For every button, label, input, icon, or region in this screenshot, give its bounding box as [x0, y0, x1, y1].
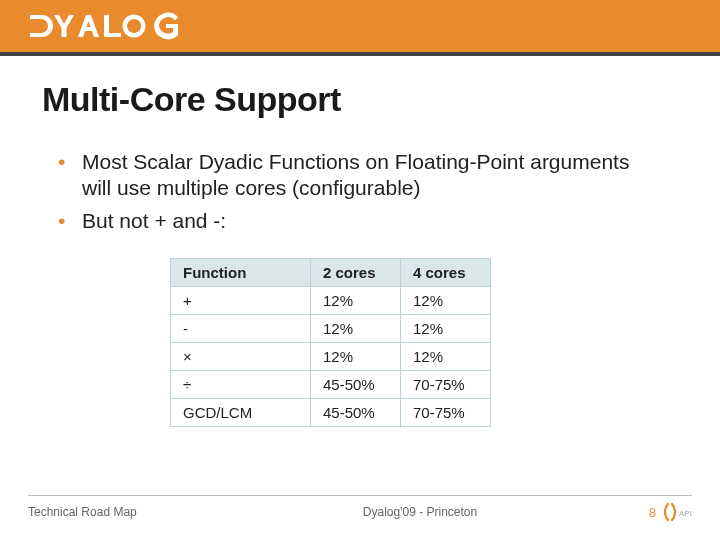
page-number: 8	[649, 505, 656, 520]
cell-c2: 12%	[311, 314, 401, 342]
bullet-item: But not + and -:	[58, 208, 662, 234]
cell-c4: 70-75%	[401, 398, 491, 426]
cell-c4: 70-75%	[401, 370, 491, 398]
cell-c2: 45-50%	[311, 398, 401, 426]
table-row: + 12% 12%	[171, 286, 491, 314]
footer-rule	[28, 495, 692, 496]
cell-fn: +	[171, 286, 311, 314]
bullet-item: Most Scalar Dyadic Functions on Floating…	[58, 149, 662, 202]
brand-logo	[28, 11, 188, 41]
cell-c4: 12%	[401, 314, 491, 342]
performance-table: Function 2 cores 4 cores + 12% 12% - 12%…	[170, 258, 491, 427]
cell-c2: 45-50%	[311, 370, 401, 398]
cell-c2: 12%	[311, 286, 401, 314]
footer-left: Technical Road Map	[28, 505, 228, 519]
col-4cores: 4 cores	[401, 258, 491, 286]
bullet-list: Most Scalar Dyadic Functions on Floating…	[0, 119, 720, 234]
slide-title: Multi-Core Support	[0, 56, 720, 119]
col-function: Function	[171, 258, 311, 286]
table-header-row: Function 2 cores 4 cores	[171, 258, 491, 286]
table-row: × 12% 12%	[171, 342, 491, 370]
apl-mark-icon: APL	[664, 502, 692, 522]
footer: Technical Road Map Dyalog'09 - Princeton…	[0, 495, 720, 522]
footer-center: Dyalog'09 - Princeton	[228, 505, 612, 519]
footer-right: 8 APL	[612, 502, 692, 522]
table-row: ÷ 45-50% 70-75%	[171, 370, 491, 398]
cell-fn: GCD/LCM	[171, 398, 311, 426]
cell-c4: 12%	[401, 342, 491, 370]
slide: Multi-Core Support Most Scalar Dyadic Fu…	[0, 0, 720, 540]
table-wrap: Function 2 cores 4 cores + 12% 12% - 12%…	[0, 240, 720, 427]
cell-fn: ÷	[171, 370, 311, 398]
cell-fn: ×	[171, 342, 311, 370]
table-row: GCD/LCM 45-50% 70-75%	[171, 398, 491, 426]
cell-c2: 12%	[311, 342, 401, 370]
header-bar	[0, 0, 720, 52]
cell-fn: -	[171, 314, 311, 342]
table-row: - 12% 12%	[171, 314, 491, 342]
apl-mark-text: APL	[679, 509, 692, 518]
cell-c4: 12%	[401, 286, 491, 314]
col-2cores: 2 cores	[311, 258, 401, 286]
